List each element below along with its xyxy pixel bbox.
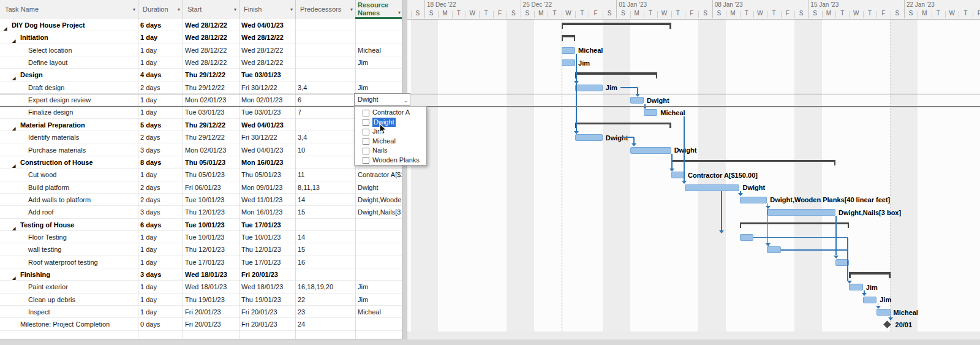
gantt-bar[interactable] xyxy=(630,97,644,104)
cell-finish[interactable]: Mon 16/01/23 xyxy=(241,206,295,218)
cell-finish[interactable]: Fri 20/01/23 xyxy=(241,268,295,280)
table-row[interactable]: Expert design review1 dayMon 02/01/23Mon… xyxy=(0,94,402,106)
cell-resource-names[interactable] xyxy=(358,69,402,80)
cell-duration[interactable]: 2 days xyxy=(140,131,182,143)
cell-resource-names[interactable] xyxy=(358,231,402,243)
cell-predecessors[interactable]: 23 xyxy=(298,306,355,317)
gantt-bar[interactable] xyxy=(671,172,685,178)
cell-finish[interactable]: Tue 10/01/23 xyxy=(241,231,295,243)
filter-arrow-icon[interactable]: ▾ xyxy=(290,7,293,12)
cell-resource-names[interactable] xyxy=(358,19,402,31)
gantt-summary-bar[interactable] xyxy=(849,272,890,278)
cell-task-name[interactable]: Purchase materials xyxy=(0,144,137,156)
resource-option-label[interactable]: Micheal xyxy=(372,137,396,146)
expand-collapse-icon[interactable]: ◢ xyxy=(12,272,15,280)
table-row[interactable]: Paint exterior1 dayWed 18/01/23Wed 18/01… xyxy=(0,281,402,293)
resource-option-label[interactable]: Contractor A xyxy=(372,108,410,118)
cell-task-name[interactable]: Finalize design xyxy=(0,106,137,118)
cell-task-name[interactable]: DIY Dog House Project◢ xyxy=(0,19,137,31)
cell-predecessors[interactable]: 16,18,19,20 xyxy=(298,281,355,292)
cell-predecessors[interactable] xyxy=(298,219,355,230)
cell-resource-names[interactable]: Dwight xyxy=(358,181,402,193)
cell-finish[interactable]: Fri 20/01/23 xyxy=(241,306,295,317)
cell-start[interactable]: Thu 29/12/22 xyxy=(185,69,238,80)
cell-task-name[interactable]: Initiation◢ xyxy=(0,31,137,43)
gantt-bar[interactable] xyxy=(644,109,657,116)
cell-duration[interactable]: 4 days xyxy=(140,69,182,80)
cell-task-name[interactable]: Add walls to platform xyxy=(0,194,137,205)
cell-resource-names[interactable] xyxy=(358,31,402,43)
cell-finish[interactable]: Wed 18/01/23 xyxy=(241,281,295,292)
cell-resource-names[interactable] xyxy=(358,243,402,255)
cell-predecessors[interactable] xyxy=(298,156,355,168)
cell-duration[interactable]: 0 days xyxy=(140,318,182,330)
filter-arrow-icon[interactable]: ▾ xyxy=(350,7,353,12)
resource-option[interactable]: Jim xyxy=(355,127,426,137)
gantt-summary-bar[interactable] xyxy=(562,35,575,41)
checkbox-icon[interactable] xyxy=(363,129,369,135)
cell-start[interactable]: Thu 05/01/23 xyxy=(185,169,238,180)
table-row[interactable]: Design◢4 daysThu 29/12/22Tue 03/01/23 xyxy=(0,69,402,81)
cell-finish[interactable]: Wed 28/12/22 xyxy=(241,31,295,43)
expand-collapse-icon[interactable]: ◢ xyxy=(12,72,15,80)
cell-predecessors[interactable]: 14 xyxy=(298,194,355,205)
table-row[interactable]: Inspect1 dayFri 20/01/23Fri 20/01/2323Mi… xyxy=(0,306,402,318)
gantt-bar[interactable] xyxy=(562,59,575,66)
cell-predecessors[interactable] xyxy=(298,19,355,31)
cell-task-name[interactable]: Finishing◢ xyxy=(0,268,137,280)
cell-task-name[interactable]: Expert design review xyxy=(0,94,137,105)
table-row[interactable]: Select location1 dayWed 28/12/22Wed 28/1… xyxy=(0,44,402,56)
table-row[interactable]: Purchase materials3 daysMon 02/01/23Wed … xyxy=(0,144,402,156)
cell-start[interactable]: Tue 10/01/23 xyxy=(185,194,238,205)
cell-duration[interactable]: 1 day xyxy=(140,31,182,43)
cell-finish[interactable]: Tue 03/01/23 xyxy=(241,69,295,80)
cell-finish[interactable]: Fri 30/12/22 xyxy=(241,131,295,143)
resource-option-label[interactable]: Wooden Planks xyxy=(372,156,420,165)
cell-duration[interactable]: 2 days xyxy=(140,82,182,93)
cell-duration[interactable]: 6 days xyxy=(140,219,182,230)
cell-start[interactable]: Fri 20/01/23 xyxy=(185,306,238,317)
cell-task-name[interactable]: Paint exterior xyxy=(0,281,137,292)
cell-predecessors[interactable] xyxy=(298,44,355,56)
cell-start[interactable]: Thu 05/01/23 xyxy=(185,156,238,168)
cell-duration[interactable]: 1 day xyxy=(140,231,182,243)
cell-start[interactable]: Wed 28/12/22 xyxy=(185,56,238,68)
table-row[interactable]: Roof waterproof testing1 dayTue 17/01/23… xyxy=(0,256,402,268)
column-header-start[interactable]: Start▾ xyxy=(183,0,239,19)
cell-finish[interactable]: Wed 11/01/23 xyxy=(241,194,295,205)
cell-finish[interactable]: Thu 19/01/23 xyxy=(241,294,295,305)
checkbox-icon[interactable] xyxy=(363,119,369,126)
cell-start[interactable]: Wed 28/12/22 xyxy=(185,19,238,31)
cell-duration[interactable]: 2 days xyxy=(140,194,182,205)
table-row[interactable]: Testing of House◢6 daysTue 10/01/23Tue 1… xyxy=(0,219,402,231)
cell-predecessors[interactable] xyxy=(298,31,355,43)
gantt-bar[interactable] xyxy=(767,209,835,216)
checkbox-icon[interactable] xyxy=(363,138,369,145)
resource-option[interactable]: Dwight xyxy=(355,118,426,127)
cell-resource-names[interactable]: Micheal xyxy=(358,306,402,317)
cell-duration[interactable]: 1 day xyxy=(140,169,182,180)
table-row[interactable]: Construction of House◢8 daysThu 05/01/23… xyxy=(0,156,402,169)
table-row[interactable]: Draft design2 daysThu 29/12/22Fri 30/12/… xyxy=(0,82,402,94)
cell-task-name[interactable]: Testing of House◢ xyxy=(0,219,137,230)
checkbox-icon[interactable] xyxy=(363,110,369,116)
cell-resource-names[interactable]: Dwight,Woode xyxy=(358,194,402,205)
expand-collapse-icon[interactable]: ◢ xyxy=(4,23,7,31)
resource-option-label[interactable]: Nails xyxy=(372,146,387,156)
cell-finish[interactable]: Tue 17/01/23 xyxy=(241,219,295,230)
table-row[interactable]: Identify materials2 daysThu 29/12/22Fri … xyxy=(0,131,402,143)
expand-collapse-icon[interactable]: ◢ xyxy=(12,123,15,131)
table-row[interactable]: Finalize design1 dayTue 03/01/23Tue 03/0… xyxy=(0,106,402,118)
cell-predecessors[interactable]: 3,4 xyxy=(298,131,355,143)
cell-finish[interactable]: Wed 28/12/22 xyxy=(241,56,295,68)
cell-task-name[interactable]: Construction of House◢ xyxy=(0,156,137,168)
table-row[interactable]: Define layout1 dayWed 28/12/22Wed 28/12/… xyxy=(0,56,402,69)
cell-resource-names[interactable]: Jim xyxy=(358,82,402,93)
cell-duration[interactable]: 1 day xyxy=(140,56,182,68)
cell-task-name[interactable]: Clean up debris xyxy=(0,294,137,305)
cell-finish[interactable]: Fri 30/12/22 xyxy=(241,82,295,93)
checkbox-icon[interactable] xyxy=(363,157,369,164)
cell-predecessors[interactable]: 11 xyxy=(298,169,355,180)
gantt-bar[interactable] xyxy=(876,309,890,316)
table-row[interactable]: wall testing1 dayThu 12/01/23Thu 12/01/2… xyxy=(0,243,402,256)
